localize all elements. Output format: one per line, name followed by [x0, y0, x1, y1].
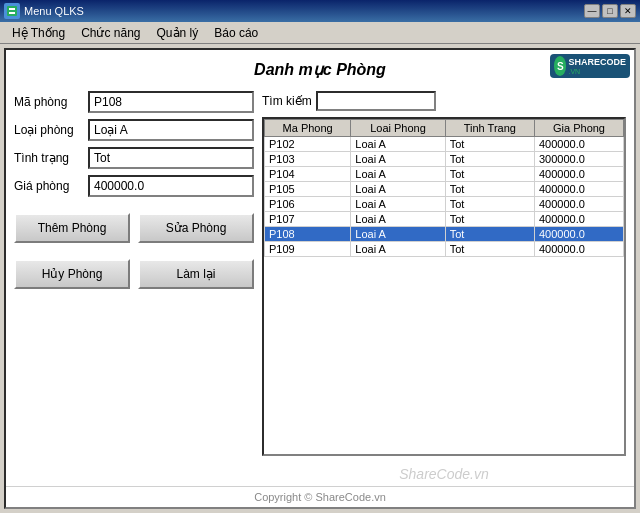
content-layout: Mã phòng Loại phòng Tình trạng Giá phòng… — [6, 87, 634, 486]
cell-tinh_trang: Tot — [445, 197, 534, 212]
tinh-trang-input[interactable] — [88, 147, 254, 169]
table-container: Ma Phong Loai Phong Tinh Trang Gia Phong… — [262, 117, 626, 456]
cell-ma_phong: P102 — [265, 137, 351, 152]
cell-tinh_trang: Tot — [445, 242, 534, 257]
logo-area: S SHARECODE .VN — [550, 54, 630, 84]
col-header-ma-phong: Ma Phong — [265, 120, 351, 137]
them-phong-button[interactable]: Thêm Phòng — [14, 213, 130, 243]
title-bar-controls: — □ ✕ — [584, 4, 636, 18]
table-body: P102Loai ATot400000.0P103Loai ATot300000… — [265, 137, 624, 257]
cell-ma_phong: P106 — [265, 197, 351, 212]
menu-bar: Hệ Thống Chức năng Quản lý Báo cáo — [0, 22, 640, 44]
form-row-loai-phong: Loại phòng — [14, 119, 254, 141]
svg-rect-1 — [9, 8, 15, 10]
gia-phong-input[interactable] — [88, 175, 254, 197]
table-row[interactable]: P109Loai ATot400000.0 — [265, 242, 624, 257]
table-row[interactable]: P106Loai ATot400000.0 — [265, 197, 624, 212]
search-row: Tìm kiếm — [262, 91, 626, 111]
maximize-button[interactable]: □ — [602, 4, 618, 18]
logo-subtext: .VN — [568, 68, 626, 75]
btn-row-1: Thêm Phòng Sửa Phòng — [14, 213, 254, 243]
form-row-gia-phong: Giá phòng — [14, 175, 254, 197]
ma-phong-label: Mã phòng — [14, 95, 84, 109]
cell-tinh_trang: Tot — [445, 227, 534, 242]
cell-gia_phong: 400000.0 — [534, 212, 623, 227]
form-row-ma-phong: Mã phòng — [14, 91, 254, 113]
tinh-trang-label: Tình trạng — [14, 151, 84, 165]
cell-loai_phong: Loai A — [351, 167, 445, 182]
cell-ma_phong: P105 — [265, 182, 351, 197]
title-bar: Menu QLKS — □ ✕ — [0, 0, 640, 22]
search-label: Tìm kiếm — [262, 94, 312, 108]
logo-icon: S — [554, 56, 566, 76]
cell-tinh_trang: Tot — [445, 182, 534, 197]
svg-rect-0 — [7, 6, 17, 16]
gia-phong-label: Giá phòng — [14, 179, 84, 193]
title-bar-left: Menu QLKS — [4, 3, 84, 19]
cell-gia_phong: 400000.0 — [534, 182, 623, 197]
table-row[interactable]: P104Loai ATot400000.0 — [265, 167, 624, 182]
menu-item-he-thong[interactable]: Hệ Thống — [4, 24, 73, 42]
lam-lai-button[interactable]: Làm lại — [138, 259, 254, 289]
col-header-gia-phong: Gia Phong — [534, 120, 623, 137]
ma-phong-input[interactable] — [88, 91, 254, 113]
rooms-table: Ma Phong Loai Phong Tinh Trang Gia Phong… — [264, 119, 624, 257]
watermark: ShareCode.vn — [262, 466, 626, 482]
svg-rect-2 — [9, 12, 15, 14]
minimize-button[interactable]: — — [584, 4, 600, 18]
cell-tinh_trang: Tot — [445, 212, 534, 227]
loai-phong-input[interactable] — [88, 119, 254, 141]
cell-tinh_trang: Tot — [445, 152, 534, 167]
cell-loai_phong: Loai A — [351, 137, 445, 152]
cell-ma_phong: P108 — [265, 227, 351, 242]
table-row[interactable]: P108Loai ATot400000.0 — [265, 227, 624, 242]
cell-gia_phong: 400000.0 — [534, 137, 623, 152]
cell-gia_phong: 400000.0 — [534, 197, 623, 212]
table-row[interactable]: P102Loai ATot400000.0 — [265, 137, 624, 152]
page-title: Danh mục Phòng — [6, 60, 634, 79]
cell-loai_phong: Loai A — [351, 212, 445, 227]
menu-item-chuc-nang[interactable]: Chức năng — [73, 24, 148, 42]
col-header-loai-phong: Loai Phong — [351, 120, 445, 137]
table-header-row: Ma Phong Loai Phong Tinh Trang Gia Phong — [265, 120, 624, 137]
cell-ma_phong: P104 — [265, 167, 351, 182]
sua-phong-button[interactable]: Sửa Phòng — [138, 213, 254, 243]
cell-gia_phong: 300000.0 — [534, 152, 623, 167]
cell-loai_phong: Loai A — [351, 227, 445, 242]
cell-gia_phong: 400000.0 — [534, 242, 623, 257]
cell-gia_phong: 400000.0 — [534, 227, 623, 242]
main-window: S SHARECODE .VN Danh mục Phòng Mã phòng … — [4, 48, 636, 509]
logo-name: SHARECODE — [568, 57, 626, 68]
cell-ma_phong: P107 — [265, 212, 351, 227]
cell-ma_phong: P103 — [265, 152, 351, 167]
menu-item-bao-cao[interactable]: Báo cáo — [206, 24, 266, 42]
cell-loai_phong: Loai A — [351, 242, 445, 257]
cell-loai_phong: Loai A — [351, 152, 445, 167]
loai-phong-label: Loại phòng — [14, 123, 84, 137]
logo-text-block: SHARECODE .VN — [568, 57, 626, 75]
table-row[interactable]: P105Loai ATot400000.0 — [265, 182, 624, 197]
cell-tinh_trang: Tot — [445, 137, 534, 152]
cell-gia_phong: 400000.0 — [534, 167, 623, 182]
huy-phong-button[interactable]: Hủy Phòng — [14, 259, 130, 289]
col-header-tinh-trang: Tinh Trang — [445, 120, 534, 137]
table-row[interactable]: P103Loai ATot300000.0 — [265, 152, 624, 167]
logo-box: S SHARECODE .VN — [550, 54, 630, 78]
left-panel: Mã phòng Loại phòng Tình trạng Giá phòng… — [14, 91, 254, 482]
cell-loai_phong: Loai A — [351, 197, 445, 212]
app-icon — [4, 3, 20, 19]
right-panel: Tìm kiếm Ma Phong Loai Phong Tinh Trang … — [262, 91, 626, 482]
title-bar-text: Menu QLKS — [24, 5, 84, 17]
footer: Copyright © ShareCode.vn — [6, 486, 634, 507]
close-button[interactable]: ✕ — [620, 4, 636, 18]
menu-item-quan-ly[interactable]: Quản lý — [149, 24, 207, 42]
cell-tinh_trang: Tot — [445, 167, 534, 182]
cell-ma_phong: P109 — [265, 242, 351, 257]
search-input[interactable] — [316, 91, 436, 111]
form-row-tinh-trang: Tình trạng — [14, 147, 254, 169]
cell-loai_phong: Loai A — [351, 182, 445, 197]
btn-row-2: Hủy Phòng Làm lại — [14, 259, 254, 289]
table-row[interactable]: P107Loai ATot400000.0 — [265, 212, 624, 227]
